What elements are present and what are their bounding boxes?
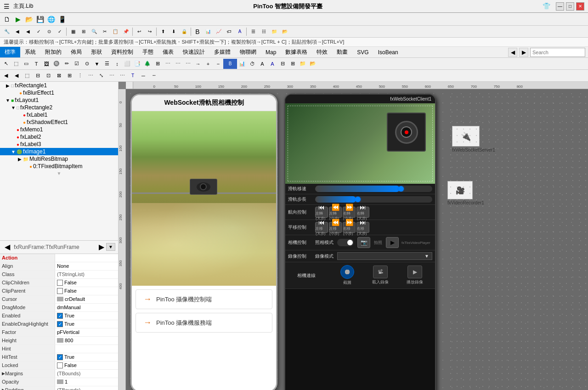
icon2-more2[interactable]: ⋯ xyxy=(117,71,127,81)
prop-val-class[interactable]: (TStringList) xyxy=(55,271,118,278)
prop-val-height[interactable]: 800 xyxy=(55,337,118,345)
tb2-btn3[interactable]: ◀ xyxy=(23,27,33,37)
checkbox-locked[interactable] xyxy=(57,362,63,368)
checkbox-hittest[interactable]: ✓ xyxy=(57,354,63,360)
icon-btn[interactable]: 🔘 xyxy=(51,59,62,69)
tb2-btn8[interactable]: ⊞ xyxy=(79,27,89,37)
menu-item-data[interactable]: 資料控制 xyxy=(107,47,138,57)
menu-item-map[interactable]: Map xyxy=(261,47,281,57)
tb2-btn20[interactable]: 📈 xyxy=(214,27,224,37)
prop-name-padding[interactable]: Padding xyxy=(0,386,55,390)
conn-btn-play-video[interactable]: ▶ 播放錄像 xyxy=(407,266,423,285)
tb2-btn4[interactable]: ✓ xyxy=(34,27,44,37)
tb2-btn26[interactable]: 📂 xyxy=(280,27,290,37)
icon-list[interactable]: ☰ xyxy=(102,59,112,69)
icon-panel[interactable]: ⬜ xyxy=(122,59,132,69)
device-button[interactable]: 📱 xyxy=(57,14,67,24)
tb2-btn24[interactable]: ☷ xyxy=(259,27,269,37)
video-player-btn[interactable]: ▶ xyxy=(386,237,399,248)
tb2-btn15[interactable]: ⬆ xyxy=(158,27,168,37)
prop-val-dragmode[interactable]: dmManual xyxy=(55,304,118,311)
checkbox-enabled[interactable]: ✓ xyxy=(57,313,63,319)
props-scroll-btn[interactable]: ▼ xyxy=(106,243,115,251)
camera-snap-btn[interactable]: 📷 xyxy=(357,237,370,248)
prop-val-enabledraghighlight[interactable]: ✓True xyxy=(55,320,118,328)
tree-item-fxshadoweffect1[interactable]: ● fxShadowEffect1 xyxy=(0,119,118,126)
prop-name-margins[interactable]: Margins xyxy=(0,370,55,378)
open-button[interactable]: 📂 xyxy=(24,14,34,24)
photo-mode-toggle[interactable] xyxy=(337,239,354,246)
tb2-btn19[interactable]: 📊 xyxy=(203,27,213,37)
tb2-btn16[interactable]: ⬇ xyxy=(169,27,179,37)
pan-btn-right-small[interactable]: ⏩ 右移(小步) xyxy=(343,222,356,233)
prop-val-align[interactable]: None xyxy=(55,262,118,270)
pan-btn-left-small[interactable]: ⏪ 左移(小步) xyxy=(329,222,342,233)
web-button[interactable]: 🌐 xyxy=(46,14,56,24)
icon-gauge2[interactable]: ⏱ xyxy=(247,59,257,69)
menu-item-effects[interactable]: 特效 xyxy=(312,47,332,57)
conn-btn-load-video[interactable]: 📽 載入錄像 xyxy=(372,266,389,285)
close-button[interactable]: ✕ xyxy=(576,2,584,11)
icon-minus[interactable]: − xyxy=(213,59,223,69)
tree-item-fximage1[interactable]: ▼ 🟢 fxImage1 xyxy=(0,148,118,155)
menu-item-media[interactable]: 多媒體 xyxy=(209,47,235,57)
icon-folder[interactable]: 📁 xyxy=(298,59,308,69)
minimize-button[interactable]: — xyxy=(556,2,564,11)
icon-check[interactable]: ☑ xyxy=(72,59,82,69)
right-device-mockup[interactable]: fxWebSocketClient1 xyxy=(284,94,436,390)
tree-item-fxlabel2[interactable]: ● fxLabel2 xyxy=(0,133,118,141)
icon-cursor[interactable]: ↖ xyxy=(1,59,11,69)
icon-select[interactable]: ⬚ xyxy=(11,59,21,69)
icon2-more[interactable]: ⋯ xyxy=(107,71,117,81)
icon-align2[interactable]: ⊞ xyxy=(288,59,298,69)
tb2-btn5[interactable]: ⊙ xyxy=(44,27,54,37)
pan-btn-right-big[interactable]: ⏭ 右移(大步) xyxy=(356,222,369,233)
prop-val-clipparent[interactable]: False xyxy=(55,287,118,295)
ws-control-btn1[interactable]: → PinToo 攝像機控制端 xyxy=(136,289,272,309)
menu-item-shape[interactable]: 形狀 xyxy=(86,47,107,57)
tb2-btn17[interactable]: 🔒 xyxy=(179,27,189,37)
icon-more2[interactable]: ⋯ xyxy=(173,59,183,69)
nav-btn-right-small[interactable]: ⏩ 右轉(小步) xyxy=(343,207,356,218)
icon-scroll[interactable]: ↕ xyxy=(112,59,122,69)
icon-web[interactable]: B xyxy=(223,59,237,69)
nav-back-arrow[interactable]: ◀ xyxy=(508,48,517,57)
props-back-button[interactable]: ◀ xyxy=(3,243,12,251)
icon-grid[interactable]: ⊞ xyxy=(153,59,163,69)
icon-radio[interactable]: ⊙ xyxy=(82,59,92,69)
icon-label2[interactable]: A xyxy=(257,59,267,69)
nav-btn-right-big[interactable]: ⏭ 右轉(大步) xyxy=(356,207,369,218)
tb2-btn9[interactable]: 🔍 xyxy=(89,27,99,37)
tb2-btn7[interactable]: ▦ xyxy=(68,27,78,37)
icon-align[interactable]: ⊟ xyxy=(277,59,288,69)
prop-val-locked[interactable]: False xyxy=(55,362,118,369)
pan-btn-left-big[interactable]: ⏮ 左移(大步) xyxy=(315,222,328,233)
prop-val-clipchildren[interactable]: False xyxy=(55,279,118,287)
icon2-align-t[interactable]: ⊠ xyxy=(54,71,64,81)
menu-item-gauge[interactable]: 儀表 xyxy=(158,47,178,57)
tb2-btn25[interactable]: 📁 xyxy=(269,27,279,37)
search-input[interactable] xyxy=(530,48,585,57)
menu-item-standard[interactable]: 標準 xyxy=(0,47,20,57)
tree-item-fxblureffect1[interactable]: ● fxBlurEffect1 xyxy=(0,89,118,96)
menu-item-system[interactable]: 系統 xyxy=(20,47,40,57)
menu-item-datagrid[interactable]: 數據表格 xyxy=(281,47,312,57)
menu-item-gesture[interactable]: 手態 xyxy=(138,47,158,57)
tb2-btn2[interactable]: ◀ xyxy=(12,27,23,37)
icon2-align-r[interactable]: ⊡ xyxy=(43,71,53,81)
app-menu-icon[interactable]: ☰ xyxy=(4,3,10,10)
checkbox-clipchildren[interactable] xyxy=(57,280,63,286)
props-forward-button[interactable]: ▶ xyxy=(97,243,106,251)
menu-item-anim[interactable]: 動畫 xyxy=(332,47,352,57)
tree-item-fxlabel3[interactable]: ● fxLabel3 xyxy=(0,141,118,148)
tb2-btn21[interactable]: 🏷 xyxy=(224,27,234,37)
prop-val-factor[interactable]: pFVertical xyxy=(55,328,118,336)
icon2-dist-h[interactable]: ⋮ xyxy=(75,71,85,81)
icon-more3[interactable]: ⋯ xyxy=(183,59,193,69)
icon-text[interactable]: T xyxy=(31,59,41,69)
icon-more1[interactable]: ⋯ xyxy=(163,59,173,69)
tb2-btn12[interactable]: 📌 xyxy=(121,27,131,37)
prop-val-enabled[interactable]: ✓True xyxy=(55,312,118,320)
tree-item-fxrectangle2[interactable]: ▼ □ fxRectangle2 xyxy=(0,104,118,111)
prop-val-hittest[interactable]: ✓True xyxy=(55,353,118,361)
